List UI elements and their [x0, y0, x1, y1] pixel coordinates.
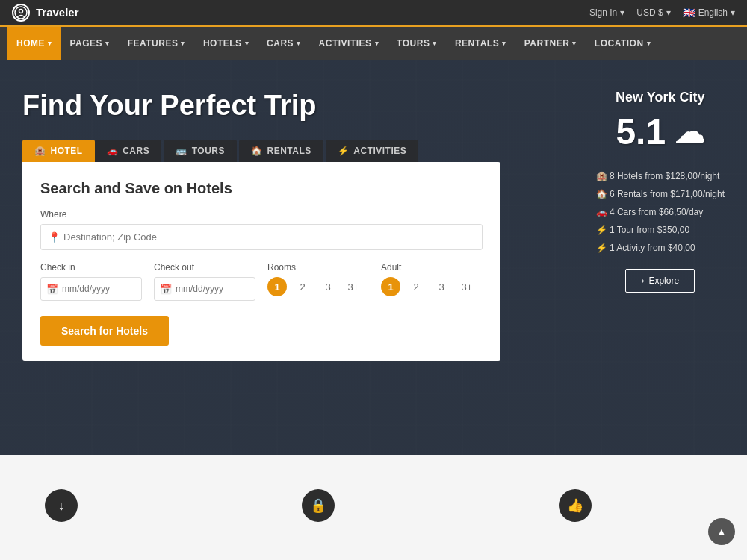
activities-dropdown-arrow: ▾ [375, 40, 379, 47]
partner-dropdown-arrow: ▾ [572, 40, 577, 47]
svg-point-1 [19, 9, 23, 13]
checkout-wrap: 📅 [154, 277, 255, 301]
nav-item-partner[interactable]: PARTNER ▾ [515, 27, 586, 60]
nav-item-pages[interactable]: PAGES ▾ [61, 27, 119, 60]
like-btn[interactable]: 👍 [559, 489, 592, 522]
logo-text: Traveler [36, 6, 79, 19]
cars-tab-icon: 🚗 [107, 146, 119, 156]
nav-item-cars[interactable]: CARS ▾ [258, 27, 310, 60]
rooms-3plus-btn[interactable]: 3+ [344, 277, 363, 296]
flag-icon: 🇬🇧 [683, 7, 695, 19]
scroll-down-btn[interactable]: ↓ [45, 489, 78, 522]
checkin-label: Check in [40, 262, 142, 273]
adult-field: Adult 1 2 3 3+ [381, 262, 483, 301]
rentals-dropdown-arrow: ▾ [502, 40, 506, 47]
language-selector[interactable]: 🇬🇧 English ▾ [683, 7, 735, 19]
rentals-tab-icon: 🏠 [251, 146, 263, 156]
rooms-selector: 1 2 3 3+ [267, 277, 369, 296]
adult-2-btn[interactable]: 2 [406, 277, 426, 296]
tab-activities[interactable]: ⚡ ACTIVITIES [326, 140, 419, 162]
tab-hotel[interactable]: 🏨 HOTEL [22, 140, 95, 162]
tab-tours[interactable]: 🚌 TOURS [164, 140, 237, 162]
hero-section: New York City 5.1 ☁ 🏨 8 Hotels from $128… [0, 60, 747, 455]
nav-item-rentals[interactable]: RENTALS ▾ [446, 27, 515, 60]
nav-item-tours[interactable]: TOURS ▾ [388, 27, 446, 60]
checkin-field: Check in 📅 [40, 262, 142, 301]
rooms-field: Rooms 1 2 3 3+ [267, 262, 369, 301]
adult-label: Adult [381, 262, 483, 273]
tab-rentals[interactable]: 🏠 RENTALS [239, 140, 323, 162]
hero-content: Find Your Perfect Trip 🏨 HOTEL 🚗 CARS 🚌 … [0, 60, 747, 361]
location-dropdown-arrow: ▾ [647, 40, 651, 47]
bottom-icon-lock: 🔒 [302, 489, 335, 526]
lock-btn[interactable]: 🔒 [302, 489, 335, 522]
adult-3plus-btn[interactable]: 3+ [457, 277, 477, 296]
destination-field: 📍 [40, 224, 483, 250]
checkout-label: Check out [154, 262, 255, 273]
hotel-tab-icon: 🏨 [34, 146, 46, 156]
bottom-icon-like: 👍 [559, 489, 592, 526]
checkin-calendar-icon: 📅 [46, 284, 58, 295]
bottom-icon-scroll: ↓ [45, 489, 78, 526]
checkin-wrap: 📅 [40, 277, 142, 301]
logo: Traveler [12, 4, 79, 22]
home-dropdown-arrow: ▾ [48, 40, 52, 47]
tours-dropdown-arrow: ▾ [433, 40, 437, 47]
adult-1-btn[interactable]: 1 [381, 277, 400, 296]
top-bar: Traveler Sign In ▾ USD $ ▾ 🇬🇧 English ▾ [0, 0, 747, 27]
adult-selector: 1 2 3 3+ [381, 277, 483, 296]
rooms-2-btn[interactable]: 2 [293, 277, 312, 296]
sign-in-btn[interactable]: Sign In ▾ [589, 7, 624, 18]
nav-item-location[interactable]: LOCATION ▾ [586, 27, 660, 60]
nav-item-hotels[interactable]: HOTELS ▾ [194, 27, 258, 60]
hero-title: Find Your Perfect Trip [22, 90, 725, 122]
cars-dropdown-arrow: ▾ [297, 40, 301, 47]
bottom-section: ↓ 🔒 👍 ▲ [0, 455, 747, 560]
search-box: Search and Save on Hotels Where 📍 Check … [22, 162, 500, 361]
features-dropdown-arrow: ▾ [181, 40, 185, 47]
search-tabs: 🏨 HOTEL 🚗 CARS 🚌 TOURS 🏠 RENTALS ⚡ ACTIV… [22, 140, 725, 162]
top-bar-actions: Sign In ▾ USD $ ▾ 🇬🇧 English ▾ [589, 7, 735, 19]
main-nav: HOME ▾ PAGES ▾ FEATURES ▾ HOTELS ▾ CARS … [0, 27, 747, 60]
rooms-3-btn[interactable]: 3 [318, 277, 338, 296]
currency-selector[interactable]: USD $ ▾ [636, 7, 670, 18]
tours-tab-icon: 🚌 [176, 146, 187, 156]
rooms-label: Rooms [267, 262, 369, 273]
checkout-field: Check out 📅 [154, 262, 255, 301]
search-hotels-button[interactable]: Search for Hotels [40, 316, 169, 346]
adult-3-btn[interactable]: 3 [432, 277, 451, 296]
destination-input[interactable] [40, 224, 483, 250]
tab-cars[interactable]: 🚗 CARS [95, 140, 162, 162]
nav-item-activities[interactable]: ACTIVITIES ▾ [310, 27, 388, 60]
pin-icon: 📍 [48, 231, 61, 243]
where-label: Where [40, 209, 483, 220]
logo-icon [12, 4, 30, 22]
nav-item-features[interactable]: FEATURES ▾ [119, 27, 194, 60]
date-rooms-row: Check in 📅 Check out 📅 Rooms [40, 262, 483, 301]
rooms-1-btn[interactable]: 1 [267, 277, 287, 296]
search-title: Search and Save on Hotels [40, 180, 483, 197]
activities-tab-icon: ⚡ [338, 146, 350, 156]
pages-dropdown-arrow: ▾ [105, 40, 110, 47]
scroll-up-btn[interactable]: ▲ [708, 518, 735, 545]
hotels-dropdown-arrow: ▾ [245, 40, 249, 47]
checkout-calendar-icon: 📅 [160, 284, 172, 295]
nav-item-home[interactable]: HOME ▾ [7, 27, 61, 60]
